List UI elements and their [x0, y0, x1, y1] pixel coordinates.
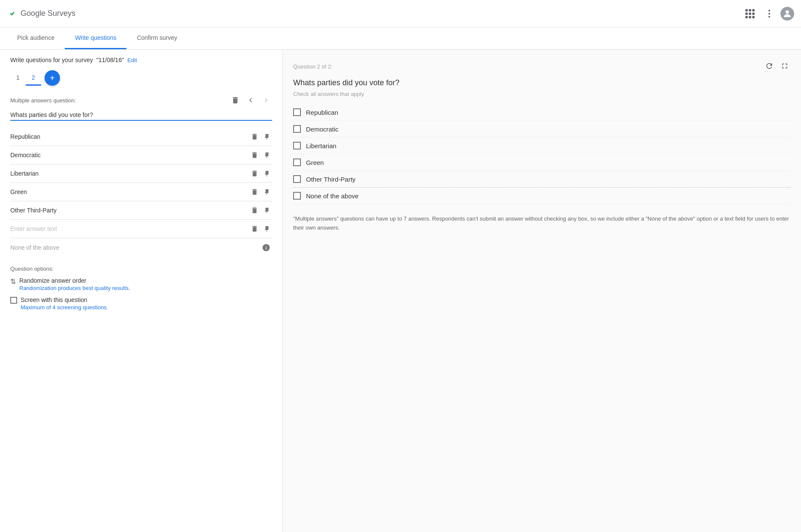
preview-option-label-1: Republican — [306, 109, 338, 116]
preview-option-6: None of the above — [293, 188, 791, 204]
pin-answer-5-button[interactable] — [262, 205, 272, 215]
preview-option-1: Republican — [293, 104, 791, 121]
preview-checkbox-1[interactable] — [293, 108, 301, 116]
refresh-preview-button[interactable] — [763, 60, 775, 73]
none-above-info-button[interactable] — [260, 242, 272, 254]
arrow-right-icon — [262, 96, 270, 105]
add-question-button[interactable]: + — [45, 70, 60, 86]
answer-actions-3 — [249, 168, 272, 179]
edit-link[interactable]: Edit — [127, 57, 137, 63]
pin-answer-4-button[interactable] — [262, 187, 272, 197]
question-options: Question options: ⇅ Randomize answer ord… — [10, 266, 272, 311]
pin-answer-6-button[interactable] — [262, 224, 272, 234]
pin-icon — [264, 133, 270, 140]
answer-option-1 — [10, 128, 272, 146]
delete-icon — [251, 170, 258, 177]
delete-icon — [251, 188, 258, 196]
preview-option-label-3: Libertarian — [306, 142, 336, 149]
question-options-title: Question options: — [10, 266, 272, 272]
delete-answer-4-button[interactable] — [249, 186, 260, 197]
preview-sub-label: Check all answers that apply — [293, 91, 791, 97]
tab-confirm-survey[interactable]: Confirm survey — [126, 27, 187, 49]
preview-option-label-4: Green — [306, 159, 324, 166]
preview-options-list: Republican Democratic Libertarian Green … — [293, 104, 791, 204]
pin-icon — [264, 170, 270, 177]
more-vert-icon — [768, 10, 770, 18]
left-panel: Write questions for your survey "11/08/1… — [0, 50, 283, 532]
info-icon — [262, 243, 270, 252]
screen-sub-link[interactable]: Maximum of 4 screening questions. — [21, 304, 108, 311]
app-title: Google Surveys — [21, 9, 75, 18]
question-type-row: Multiple answers question: — [10, 94, 272, 106]
arrow-left-button[interactable] — [245, 94, 257, 106]
plus-icon: + — [50, 74, 55, 82]
pin-icon — [264, 207, 270, 214]
delete-icon — [251, 225, 258, 233]
randomize-option-content: Randomize answer order Randomization pro… — [19, 277, 130, 291]
preview-option-label-5: Other Third-Party — [306, 176, 356, 183]
answer-actions-2 — [249, 149, 272, 161]
answer-actions-1 — [249, 131, 272, 142]
tab-write-questions[interactable]: Write questions — [65, 27, 126, 49]
pin-answer-1-button[interactable] — [262, 132, 272, 142]
question-tab-2[interactable]: 2 — [26, 70, 41, 86]
answer-input-4[interactable] — [10, 188, 249, 195]
answer-input-1[interactable] — [10, 133, 249, 140]
survey-title-prefix: Write questions for your survey — [10, 57, 93, 63]
preview-header: Question 2 of 2: — [293, 60, 791, 73]
preview-checkbox-4[interactable] — [293, 158, 301, 166]
fullscreen-button[interactable] — [779, 60, 791, 73]
preview-checkbox-6[interactable] — [293, 192, 301, 200]
delete-icon — [251, 133, 258, 140]
preview-option-5: Other Third-Party — [293, 171, 791, 188]
preview-checkbox-5[interactable] — [293, 175, 301, 183]
pin-icon — [264, 152, 270, 158]
answer-option-3 — [10, 164, 272, 183]
more-button[interactable] — [765, 6, 774, 21]
preview-option-2: Democratic — [293, 121, 791, 137]
answer-actions-6 — [249, 223, 272, 234]
answer-option-5 — [10, 201, 272, 220]
question-actions — [229, 94, 272, 106]
preview-option-3: Libertarian — [293, 137, 791, 154]
delete-answer-1-button[interactable] — [249, 131, 260, 142]
svg-point-0 — [786, 10, 789, 14]
grid-icon — [745, 9, 755, 18]
answer-input-5[interactable] — [10, 207, 249, 214]
delete-answer-5-button[interactable] — [249, 205, 260, 216]
question-type-label: Multiple answers question: — [10, 97, 76, 104]
pin-answer-2-button[interactable] — [262, 150, 272, 160]
randomize-sub-link[interactable]: Randomization produces best quality resu… — [19, 285, 130, 291]
arrow-right-button[interactable] — [260, 94, 272, 106]
refresh-icon — [765, 62, 774, 70]
answer-options-list — [10, 128, 272, 238]
preview-label: Question 2 of 2: — [293, 63, 333, 70]
question-text-input[interactable] — [10, 110, 272, 121]
delete-answer-2-button[interactable] — [249, 149, 260, 161]
avatar[interactable] — [780, 7, 794, 21]
answer-input-6[interactable] — [10, 225, 249, 232]
apps-button[interactable] — [742, 6, 758, 22]
question-tab-1[interactable]: 1 — [10, 70, 26, 86]
screen-checkbox[interactable] — [10, 297, 17, 304]
survey-title-row: Write questions for your survey "11/08/1… — [10, 57, 272, 63]
delete-answer-6-button[interactable] — [249, 223, 260, 234]
delete-answer-3-button[interactable] — [249, 168, 260, 179]
delete-question-button[interactable] — [229, 94, 241, 106]
screen-option-row: Screen with this question Maximum of 4 s… — [10, 296, 272, 311]
randomize-option-row: ⇅ Randomize answer order Randomization p… — [10, 277, 272, 291]
delete-icon — [231, 96, 240, 105]
preview-checkbox-2[interactable] — [293, 125, 301, 133]
pin-icon — [264, 225, 270, 232]
pin-icon — [264, 188, 270, 195]
sort-icon: ⇅ — [10, 278, 16, 286]
survey-name: "11/08/16" — [96, 57, 124, 63]
tab-pick-audience[interactable]: Pick audience — [7, 27, 65, 49]
answer-input-3[interactable] — [10, 170, 249, 177]
preview-option-label-6: None of the above — [306, 192, 359, 200]
answer-input-2[interactable] — [10, 152, 249, 158]
preview-checkbox-3[interactable] — [293, 142, 301, 149]
preview-question-title: Whats parties did you vote for? — [293, 78, 791, 87]
user-avatar-icon — [782, 9, 792, 19]
pin-answer-3-button[interactable] — [262, 168, 272, 179]
